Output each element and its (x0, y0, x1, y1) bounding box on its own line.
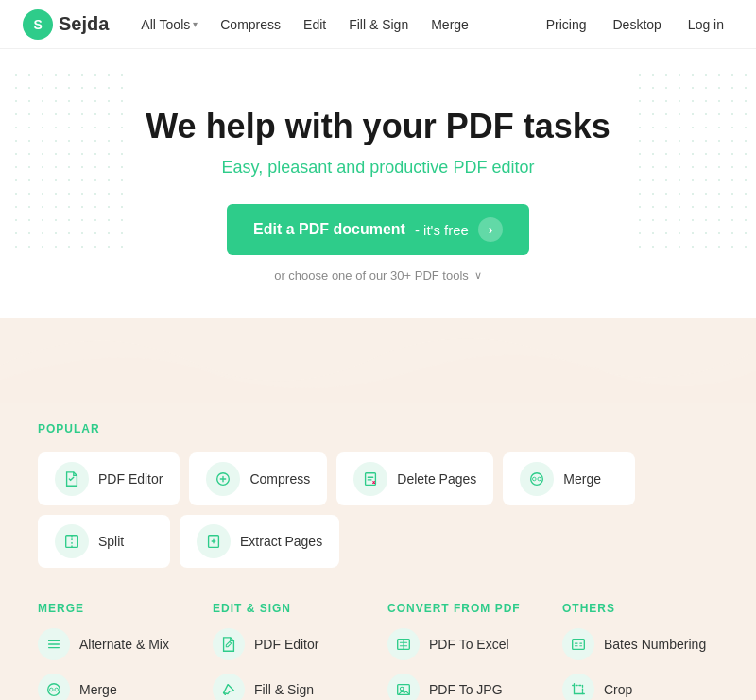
pdf-jpg-icon (387, 674, 420, 700)
nav-pricing[interactable]: Pricing (537, 11, 596, 38)
list-item: Crop (604, 682, 632, 697)
hero-subtitle: Easy, pleasant and productive PDF editor (23, 158, 733, 178)
pdf-editor-cat-icon (213, 628, 245, 660)
categories-grid: MERGE Alternate & Mix Merge Organize (38, 602, 718, 700)
logo-icon[interactable]: S (23, 9, 53, 40)
logo-name: Sejda (59, 13, 109, 35)
tool-merge[interactable]: Merge (503, 452, 635, 505)
cat-item-pdf-jpg[interactable]: PDF To JPG (387, 674, 543, 700)
category-others: OTHERS Bates Numbering Crop Delete Pages (562, 602, 718, 700)
cat-item-bates[interactable]: Bates Numbering (562, 628, 718, 660)
list-item: Bates Numbering (604, 637, 706, 652)
tool-compress[interactable]: Compress (189, 452, 327, 505)
dot-pattern-left (9, 68, 123, 257)
category-convert-label: CONVERT FROM PDF (387, 602, 543, 615)
list-item: PDF To JPG (429, 682, 503, 697)
nav-merge[interactable]: Merge (421, 11, 478, 38)
list-item: PDF Editor (98, 471, 163, 487)
fill-sign-icon (213, 674, 245, 700)
nav-links: All Tools ▾ Compress Edit Fill & Sign Me… (131, 11, 478, 38)
crop-icon (562, 674, 594, 700)
list-item: Extract Pages (240, 534, 322, 549)
pdf-editor-icon (55, 462, 89, 496)
nav-login[interactable]: Log in (679, 11, 733, 38)
hero-cta-main-text: Edit a PDF document (253, 221, 405, 238)
nav-fill-sign[interactable]: Fill & Sign (339, 11, 418, 38)
svg-point-3 (533, 477, 537, 481)
nav-compress[interactable]: Compress (211, 11, 290, 38)
list-item: Merge (563, 471, 601, 487)
svg-rect-19 (573, 640, 585, 650)
cat-item-fill-sign[interactable]: Fill & Sign (213, 674, 369, 700)
popular-section: POPULAR PDF Editor Compress (38, 422, 718, 568)
merge-icon (520, 462, 554, 496)
chevron-down-icon: ∨ (474, 269, 482, 282)
popular-label: POPULAR (38, 422, 718, 435)
hero-cta-button[interactable]: Edit a PDF document - it's free › (227, 204, 529, 255)
compress-icon (206, 462, 240, 496)
delete-pages-icon (353, 462, 387, 496)
list-item: Merge (79, 682, 117, 697)
svg-point-8 (50, 688, 54, 691)
navigation: S Sejda All Tools ▾ Compress Edit Fill &… (0, 0, 756, 49)
category-merge-label: MERGE (38, 602, 194, 615)
nav-right: Pricing Desktop Log in (537, 11, 733, 38)
tool-extract-pages[interactable]: Extract Pages (180, 515, 339, 568)
hero-or-text: or choose one of our 30+ PDF tools ∨ (23, 268, 733, 282)
list-item: Fill & Sign (254, 682, 314, 697)
nav-desktop[interactable]: Desktop (603, 11, 670, 38)
nav-left: S Sejda All Tools ▾ Compress Edit Fill &… (23, 9, 478, 40)
chevron-down-icon: ▾ (193, 19, 198, 29)
popular-grid: PDF Editor Compress Delete Pages (38, 452, 718, 568)
extract-pages-icon (197, 524, 231, 558)
alternate-mix-icon (38, 628, 70, 660)
cat-item-pdf-excel[interactable]: PDF To Excel (387, 628, 543, 660)
list-item: Split (98, 534, 124, 549)
svg-point-4 (538, 477, 541, 481)
wave-divider (0, 318, 756, 403)
hero-title: We help with your PDF tasks (23, 106, 733, 146)
category-merge: MERGE Alternate & Mix Merge Organize (38, 602, 194, 700)
list-item: Compress (249, 471, 310, 487)
tool-pdf-editor[interactable]: PDF Editor (38, 452, 180, 505)
list-item: PDF Editor (254, 637, 318, 652)
list-item: PDF To Excel (429, 637, 509, 652)
cat-item-alternate-mix[interactable]: Alternate & Mix (38, 628, 194, 660)
svg-point-17 (400, 687, 404, 691)
list-item: Alternate & Mix (79, 637, 169, 652)
hero-section: We help with your PDF tasks Easy, pleasa… (0, 49, 756, 320)
cat-item-crop[interactable]: Crop (562, 674, 718, 700)
category-edit-sign-label: EDIT & SIGN (213, 602, 369, 615)
tool-delete-pages[interactable]: Delete Pages (336, 452, 493, 505)
merge-cat-icon (38, 674, 70, 700)
category-edit-sign: EDIT & SIGN PDF Editor Fill & Sign Creat… (213, 602, 369, 700)
tools-section: POPULAR PDF Editor Compress (0, 403, 756, 700)
cat-item-merge[interactable]: Merge (38, 674, 194, 700)
nav-edit[interactable]: Edit (294, 11, 335, 38)
hero-cta-sub-text: - it's free (415, 222, 469, 238)
svg-rect-5 (66, 536, 78, 548)
category-others-label: OTHERS (562, 602, 718, 615)
nav-all-tools[interactable]: All Tools ▾ (131, 11, 207, 38)
arrow-right-icon: › (478, 217, 503, 242)
svg-point-9 (55, 688, 59, 691)
split-icon (55, 524, 89, 558)
dot-pattern-right (633, 68, 747, 257)
tool-split[interactable]: Split (38, 515, 170, 568)
category-convert: CONVERT FROM PDF PDF To Excel PDF To JPG… (387, 602, 543, 700)
list-item: Delete Pages (397, 471, 476, 487)
bates-numbering-icon (562, 628, 594, 660)
pdf-excel-icon (387, 628, 420, 660)
cat-item-pdf-editor[interactable]: PDF Editor (213, 628, 369, 660)
